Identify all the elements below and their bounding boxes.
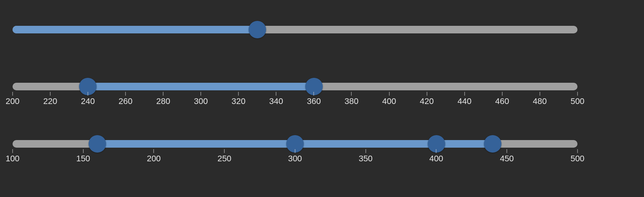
tick: 200 — [6, 92, 20, 106]
tick-label: 200 — [6, 96, 20, 106]
tick-mark — [224, 149, 225, 153]
tick-label: 460 — [495, 96, 509, 106]
slider-range: 2002202402602803003203403603804004204404… — [13, 83, 577, 107]
tick-mark — [502, 92, 502, 96]
tick-mark — [238, 92, 239, 96]
tick-mark — [83, 149, 83, 153]
tick: 480 — [533, 92, 547, 106]
tick-label: 400 — [429, 154, 443, 163]
tick: 420 — [420, 92, 434, 106]
tick-label: 350 — [358, 154, 373, 163]
slider-track[interactable] — [13, 26, 577, 33]
tick: 150 — [76, 149, 90, 164]
slider-multi: 100150200250300350400450500 — [13, 140, 577, 164]
tick-label: 380 — [344, 96, 358, 106]
tick: 460 — [495, 92, 509, 106]
tick-label: 220 — [43, 96, 57, 106]
tick: 300 — [288, 149, 302, 164]
tick-label: 150 — [76, 154, 90, 163]
tick-mark — [201, 92, 201, 96]
tick: 500 — [571, 92, 585, 106]
tick-label: 500 — [571, 96, 585, 106]
tick-label: 440 — [457, 96, 471, 106]
tick: 450 — [500, 149, 514, 164]
tick: 300 — [194, 92, 208, 106]
tick-mark — [436, 149, 436, 153]
tick: 350 — [358, 149, 373, 164]
slider-thumb[interactable] — [249, 21, 266, 38]
tick-mark — [351, 92, 352, 96]
tick: 380 — [344, 92, 358, 106]
slider-fill — [88, 83, 314, 90]
tick: 320 — [232, 92, 246, 106]
tick-label: 300 — [288, 154, 302, 163]
tick: 260 — [119, 92, 133, 106]
tick-label: 250 — [217, 154, 232, 163]
tick-mark — [13, 149, 13, 153]
tick-mark — [163, 92, 163, 96]
slider-single — [13, 26, 577, 33]
tick-mark — [539, 92, 540, 96]
tick-mark — [125, 92, 126, 96]
tick-mark — [464, 92, 465, 96]
slider-fill — [13, 26, 257, 33]
tick-label: 240 — [81, 96, 95, 106]
tick: 440 — [457, 92, 471, 106]
tick-mark — [88, 92, 88, 96]
tick-label: 320 — [232, 96, 246, 106]
tick: 400 — [382, 92, 396, 106]
tick: 250 — [217, 149, 232, 164]
tick-label: 100 — [6, 154, 20, 163]
slider-ticks: 100150200250300350400450500 — [13, 149, 577, 164]
tick-mark — [314, 92, 314, 96]
slider-track[interactable] — [13, 83, 577, 90]
tick-mark — [276, 92, 276, 96]
tick-mark — [154, 149, 154, 153]
tick-mark — [50, 92, 51, 96]
tick-label: 300 — [194, 96, 208, 106]
slider-track[interactable] — [13, 140, 577, 148]
tick: 500 — [571, 149, 585, 164]
tick-label: 200 — [147, 154, 161, 163]
tick-mark — [365, 149, 366, 153]
tick-mark — [389, 92, 389, 96]
tick: 200 — [147, 149, 161, 164]
tick-label: 360 — [307, 96, 321, 106]
tick-label: 400 — [382, 96, 396, 106]
tick-label: 260 — [119, 96, 133, 106]
tick: 400 — [429, 149, 443, 164]
tick: 280 — [156, 92, 170, 106]
tick: 240 — [81, 92, 95, 106]
slider-demo-stage: 2002202402602803003203403603804004204404… — [0, 0, 644, 197]
tick-label: 420 — [420, 96, 434, 106]
tick-mark — [577, 149, 578, 153]
tick-mark — [295, 149, 295, 153]
tick-label: 450 — [500, 154, 514, 163]
tick-mark — [507, 149, 507, 153]
tick-mark — [577, 92, 578, 96]
tick-label: 280 — [156, 96, 170, 106]
tick: 340 — [269, 92, 283, 106]
slider-ticks: 2002202402602803003203403603804004204404… — [13, 92, 577, 107]
tick-mark — [427, 92, 427, 96]
tick-mark — [13, 92, 13, 96]
tick: 220 — [43, 92, 57, 106]
tick-label: 480 — [533, 96, 547, 106]
tick-label: 340 — [269, 96, 283, 106]
tick: 100 — [6, 149, 20, 164]
tick: 360 — [307, 92, 321, 106]
tick-label: 500 — [571, 154, 585, 163]
